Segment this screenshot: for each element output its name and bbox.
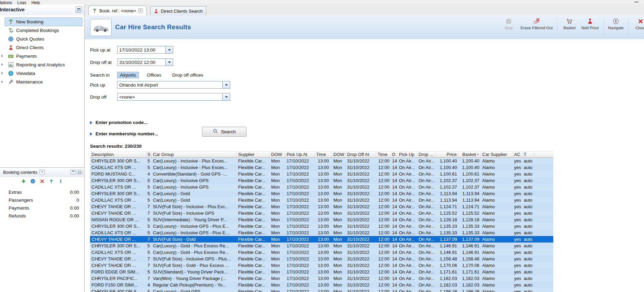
column-header-basket[interactable]: Basket▼	[458, 151, 481, 157]
sidebar-item-viewdata[interactable]: Viewdata	[5, 69, 82, 78]
tab-booking-ref[interactable]: Book. ref.: <none>	[89, 5, 146, 15]
table-row[interactable]: NISSAN ROGUE OR ...5SUV(Intermediate) - …	[90, 216, 553, 223]
table-row[interactable]: FORD F150 OR SIMI...4Regular Cab Pickup(…	[90, 282, 553, 288]
delete-x-icon[interactable]	[40, 179, 45, 184]
up-arrow-icon[interactable]	[49, 179, 54, 184]
nett-price-button[interactable]: Nett Price	[581, 18, 599, 30]
membership-number-label: Enter membership number...	[96, 131, 158, 136]
basket-button[interactable]: Basket	[562, 18, 577, 30]
sidebar-item-maintenance[interactable]: Maintenance	[5, 78, 82, 86]
table-row[interactable]: CHEVY TAHOE OR ...7SUV(Full Size) - Gold…	[90, 236, 553, 243]
table-row[interactable]: CHRYSLER PACIFIC...7Van(Mini) - Young Dr…	[90, 275, 553, 282]
column-header-price[interactable]: Price	[436, 151, 458, 157]
table-row[interactable]: CHRYSLER 300 OR S...5Car(Luxury) - Inclu…	[90, 177, 553, 184]
column-header-supplier[interactable]: Supplier	[237, 151, 270, 157]
search-in-airports[interactable]: Airports	[117, 72, 139, 78]
column-header-ac[interactable]: AC	[513, 151, 523, 157]
column-header-t[interactable]: T	[523, 151, 534, 157]
close-button[interactable]: Close	[633, 18, 644, 30]
cell: 13:00	[315, 197, 332, 203]
cell: Mon	[332, 236, 346, 243]
column-header-drop-off-at[interactable]: Drop Off At	[346, 151, 376, 157]
column-header-pick-up[interactable]: Pick Up	[398, 151, 417, 157]
table-row[interactable]: FORD MUSTANG C...4Convertible(Standard) …	[90, 171, 553, 177]
panel-float-button[interactable]	[77, 170, 82, 175]
sidebar-item-completed-bookings[interactable]: Completed Bookings	[5, 26, 82, 35]
table-row[interactable]: CHRYSLER 300 OR S...5Car(Luxury) - Inclu…	[90, 158, 553, 164]
dropoff-dropdown-button[interactable]	[223, 93, 230, 101]
table-row[interactable]: CHRYSLER 300 OR S...5Car(Luxury) - Gold …	[90, 243, 553, 249]
column-header-time[interactable]: Time	[315, 151, 332, 157]
pickup-at-value[interactable]: 17/10/2022 13:00	[117, 46, 166, 54]
tab-close-icon[interactable]	[138, 8, 143, 13]
sidebar-item-new-booking[interactable]: New Booking	[5, 18, 82, 26]
cell: Flexible Car...	[237, 282, 270, 288]
erase-filtered-out-button[interactable]: Erase Filtered Out	[521, 18, 553, 30]
cell: On Air...	[417, 282, 436, 288]
expand-chevron-icon[interactable]	[1, 72, 3, 75]
column-header-dow[interactable]: DOW	[270, 151, 285, 157]
column-header-car-supplier[interactable]: Car Supplier	[481, 151, 513, 157]
table-row[interactable]: CHEVY TAHOE OR ...7SUV(Full Size) - Gold…	[90, 262, 553, 269]
table-row[interactable]: CHRYSLER 300 OR S...5Car(Luxury) - Gold …	[90, 288, 553, 292]
cell: 17/10/2022	[285, 236, 315, 243]
table-row[interactable]: CHEVY TAHOE OR ...7SUV(Full Size) - Incl…	[90, 203, 553, 210]
window-minimize-button[interactable]	[634, 2, 639, 2]
table-row[interactable]: CADILLAC XTS OR ...5Car(Luxury) - GoldFl…	[90, 197, 553, 203]
cell: Car(Luxury) - Gold GPS	[152, 288, 237, 292]
table-row[interactable]: CHEVY TAHOE OR ...7SUV(Full Size) - Incl…	[90, 210, 553, 216]
tab-direct-clients-search[interactable]: Direct Clients Search	[150, 6, 206, 15]
column-header-pick-up-at[interactable]: Pick Up At	[285, 151, 315, 157]
plus-icon[interactable]	[21, 179, 26, 184]
table-row[interactable]: CHRYSLER 300 OR S...5Car(Luxury) - Inclu…	[90, 223, 553, 229]
info-icon[interactable]	[58, 179, 63, 184]
table-row[interactable]: CADILLAC XTS OR ...5Car(Luxury) - Inclus…	[90, 229, 553, 236]
table-row[interactable]: CADILLAC XTS OR ...5Car(Luxury) - Inclus…	[90, 164, 553, 171]
cell: On Air...	[417, 203, 436, 210]
globe-icon[interactable]	[30, 179, 35, 184]
table-row[interactable]: FORD EDGE OR SIM...5SUV(Standard) - Youn…	[90, 269, 553, 275]
dropoff-at-value[interactable]: 31/10/2022 12:00	[117, 58, 166, 66]
search-button[interactable]: Search	[202, 127, 246, 137]
column-header-car-group[interactable]: Car Group	[152, 151, 237, 157]
sidebar-item-reporting-and-analytics[interactable]: Reporting and Analytics	[5, 60, 82, 69]
column-header-description[interactable]: Description	[90, 151, 147, 157]
cell: yes	[513, 164, 523, 171]
pickup-at-dropdown-button[interactable]	[166, 46, 173, 54]
cell: 17/10/2022	[285, 203, 315, 210]
cell: 13:00	[315, 243, 332, 249]
column-header-s[interactable]: S	[147, 151, 152, 157]
sidebar-item-payments[interactable]: Payments	[5, 52, 82, 60]
cell: 14	[391, 164, 398, 171]
pickup-value[interactable]: Orlando Intl Airport	[117, 81, 223, 89]
sidebar-item-direct-clients[interactable]: Direct Clients	[5, 43, 82, 52]
table-row[interactable]: CADILLAC XTS OR ...5Car(Luxury) - Gold -…	[90, 249, 553, 256]
collapse-panel-button[interactable]	[76, 7, 82, 13]
dropoff-value[interactable]: <none>	[117, 93, 223, 101]
column-header-time[interactable]: Time	[376, 151, 391, 157]
panel-minimize-button[interactable]	[70, 170, 76, 175]
sidebar-item-quick-quotes[interactable]: Quick Quotes	[5, 35, 82, 43]
car-image	[90, 19, 112, 36]
close-panel-icon[interactable]	[40, 170, 45, 175]
expand-chevron-icon[interactable]	[1, 55, 3, 57]
promotion-code-toggle[interactable]: Enter promotion code...	[90, 120, 148, 125]
table-row[interactable]: CHRYSLER 300 OR S...5Car(Luxury) - GoldF…	[90, 190, 553, 197]
navigate-button[interactable]: Navigate	[608, 18, 624, 30]
dropoff-at-dropdown-button[interactable]	[166, 58, 173, 66]
membership-number-toggle[interactable]: Enter membership number...	[90, 131, 158, 136]
booking-contents-title: Booking contents	[3, 170, 37, 175]
table-row[interactable]: CHEVY TAHOE OR ...7SUV(Full Size) - Incl…	[90, 256, 553, 262]
column-header-d[interactable]: D	[391, 151, 398, 157]
cell: 13:00	[315, 262, 332, 269]
cell: 17/10/2022	[285, 164, 315, 171]
expand-chevron-icon[interactable]	[1, 80, 3, 83]
pickup-dropdown-button[interactable]	[223, 81, 230, 89]
cell: Mon	[270, 269, 285, 275]
expand-chevron-icon[interactable]	[1, 63, 3, 66]
column-header-drop[interactable]: Drop ...	[417, 151, 436, 157]
search-in-dropoff-offices[interactable]: Drop off offices	[169, 72, 206, 78]
search-in-offices[interactable]: Offices	[144, 72, 164, 78]
column-header-dow[interactable]: DOW	[332, 151, 346, 157]
table-row[interactable]: CADILLAC XTS OR ...5Car(Luxury) - Inclus…	[90, 184, 553, 190]
